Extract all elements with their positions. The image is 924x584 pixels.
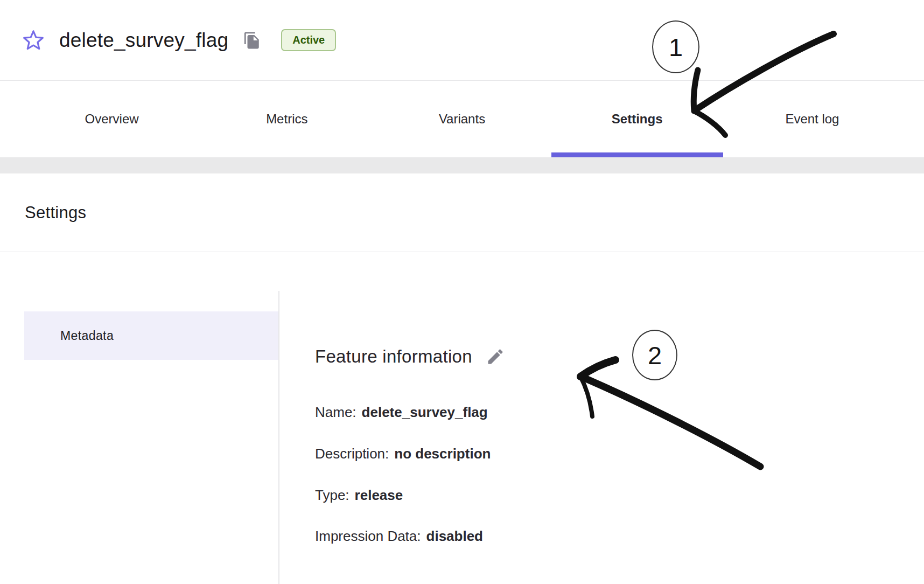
page-heading: Settings — [25, 203, 86, 223]
tab-variants[interactable]: Variants — [374, 81, 549, 157]
field-name: Name: delete_survey_flag — [315, 403, 488, 421]
status-badge: Active — [281, 29, 336, 51]
tab-label: Settings — [612, 112, 663, 127]
active-tab-indicator — [551, 152, 723, 157]
tab-bar: Overview Metrics Variants Settings Event… — [0, 81, 924, 157]
field-label: Description: — [315, 446, 389, 462]
field-label: Type: — [315, 487, 349, 504]
field-label: Name: — [315, 404, 356, 421]
tab-overview[interactable]: Overview — [24, 81, 199, 157]
copy-name-button[interactable] — [242, 31, 262, 50]
tab-label: Metrics — [266, 112, 307, 127]
section-heading-text: Feature information — [315, 346, 472, 367]
tab-metrics[interactable]: Metrics — [199, 81, 374, 157]
tab-label: Overview — [85, 112, 139, 127]
pencil-icon — [486, 347, 505, 366]
tab-event-log[interactable]: Event log — [725, 81, 900, 157]
settings-content: Metadata Feature information Name: delet… — [0, 252, 924, 584]
star-outline-icon — [22, 29, 45, 52]
annotation-number: 1 — [669, 32, 683, 62]
field-label: Impression Data: — [315, 528, 421, 545]
section-divider-band — [0, 157, 924, 173]
sidebar-item-metadata[interactable]: Metadata — [24, 311, 278, 360]
field-impression-data: Impression Data: disabled — [315, 527, 483, 545]
field-type: Type: release — [315, 486, 403, 504]
field-description: Description: no description — [315, 444, 491, 463]
annotation-circle-2: 2 — [632, 330, 677, 380]
tab-label: Event log — [785, 112, 839, 127]
field-value: disabled — [426, 528, 483, 545]
annotation-number: 2 — [648, 340, 662, 370]
copy-icon — [243, 31, 261, 50]
field-value: no description — [394, 446, 491, 462]
tab-label: Variants — [439, 112, 485, 127]
sidebar-item-label: Metadata — [60, 329, 114, 343]
annotation-circle-1: 1 — [652, 20, 699, 73]
field-value: delete_survey_flag — [362, 404, 488, 421]
app-header: delete_survey_flag Active — [0, 0, 924, 81]
favorite-star-icon[interactable] — [22, 29, 45, 52]
metadata-panel: Feature information Name: delete_survey_… — [279, 252, 924, 584]
feature-flag-page: delete_survey_flag Active Overview Metri… — [0, 0, 924, 584]
page-title: delete_survey_flag — [59, 29, 228, 52]
feature-information-heading: Feature information — [315, 345, 506, 369]
field-value: release — [355, 487, 403, 504]
edit-feature-button[interactable] — [485, 346, 506, 367]
tab-settings[interactable]: Settings — [550, 81, 725, 157]
page-heading-bar: Settings — [0, 173, 924, 252]
